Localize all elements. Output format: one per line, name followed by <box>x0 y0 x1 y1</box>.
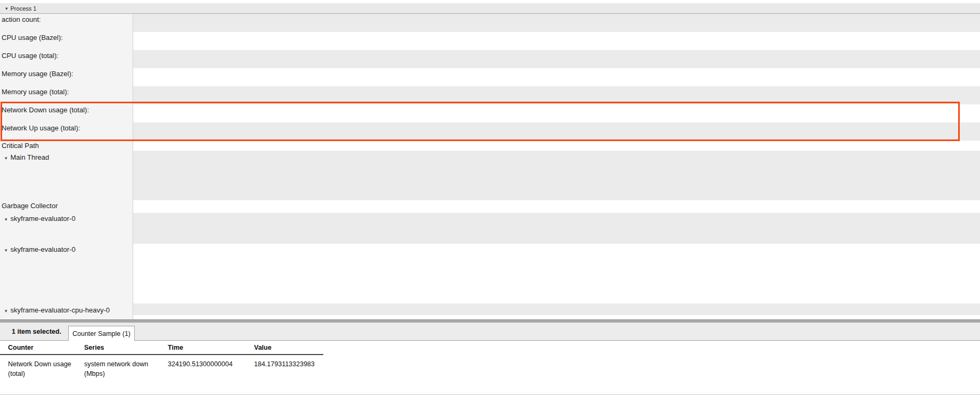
track-row-band <box>133 303 980 315</box>
sidebar-track-label-9[interactable]: Garbage Collector <box>2 202 58 210</box>
track-row-band <box>133 213 980 244</box>
sidebar-track-label-1[interactable]: CPU usage (Bazel): <box>2 34 63 42</box>
sidebar-track-label-4[interactable]: Memory usage (total): <box>2 88 69 96</box>
selection-status: 1 item selected. <box>12 323 61 341</box>
col-header-value: Value <box>246 343 331 352</box>
trace-viewer: action 'Creatin...action 'GenObjcProtos … <box>0 0 980 395</box>
track-label-text: Memory usage (total): <box>2 88 69 96</box>
track-label-text: action count: <box>2 15 41 23</box>
sidebar-track-label-0[interactable]: action count: <box>2 15 41 23</box>
row-bands <box>133 0 980 319</box>
details-panel: 1 item selected. Counter Sample (1) Coun… <box>0 319 980 395</box>
cell-counter: Network Down usage (total) <box>0 359 76 378</box>
details-tab-bar: 1 item selected. Counter Sample (1) <box>0 323 980 341</box>
cell-series: system network down (Mbps) <box>76 359 160 378</box>
sidebar-track-label-8[interactable]: ▾Main Thread <box>2 153 49 161</box>
track-row-band <box>133 141 980 151</box>
collapse-arrow-icon[interactable]: ▾ <box>5 6 8 11</box>
track-row-band <box>133 151 980 200</box>
track-label-text: Critical Path <box>2 142 39 150</box>
track-row-band <box>133 315 980 319</box>
sidebar-track-label-7[interactable]: Critical Path <box>2 142 39 150</box>
tab-counter-sample[interactable]: Counter Sample (1) <box>68 326 135 341</box>
track-row-band <box>133 32 980 50</box>
table-header: Counter Series Time Value <box>0 341 323 355</box>
track-label-text: CPU usage (Bazel): <box>2 34 63 42</box>
collapse-arrow-icon[interactable]: ▾ <box>5 248 7 253</box>
track-label-text: Garbage Collector <box>2 202 58 210</box>
track-label-text: Memory usage (Bazel): <box>2 70 73 78</box>
collapse-arrow-icon[interactable]: ▾ <box>5 308 7 314</box>
sidebar-track-label-2[interactable]: CPU usage (total): <box>2 52 59 60</box>
track-row-band <box>133 68 980 86</box>
collapse-arrow-icon[interactable]: ▾ <box>5 217 7 222</box>
col-header-counter: Counter <box>0 343 76 352</box>
process-title: Process 1 <box>11 5 37 12</box>
track-row-band <box>133 50 980 68</box>
track-row-band <box>133 244 980 304</box>
sidebar-track-label-11[interactable]: ▾skyframe-evaluator-0 <box>2 245 76 253</box>
track-row-band <box>133 200 980 213</box>
sidebar-track-label-10[interactable]: ▾skyframe-evaluator-0 <box>2 215 76 223</box>
col-header-series: Series <box>76 343 160 352</box>
red-highlight-box-1 <box>1 102 960 141</box>
sidebar-track-label-12[interactable]: ▾skyframe-evaluator-cpu-heavy-0 <box>2 306 110 314</box>
counter-sample-table: Counter Series Time Value Network Down u… <box>0 341 980 395</box>
track-label-text: CPU usage (total): <box>2 52 59 60</box>
track-label-text: skyframe-evaluator-0 <box>11 245 76 253</box>
cell-value: 184.1793113323983 <box>246 359 331 378</box>
track-sidebar: action count:CPU usage (Bazel):CPU usage… <box>0 14 133 319</box>
collapse-arrow-icon[interactable]: ▾ <box>5 155 7 161</box>
sidebar-track-label-3[interactable]: Memory usage (Bazel): <box>2 70 73 78</box>
track-label-text: skyframe-evaluator-0 <box>11 215 76 223</box>
cell-time: 324190.51300000004 <box>160 359 246 378</box>
track-label-text: skyframe-evaluator-cpu-heavy-0 <box>11 306 110 314</box>
track-label-text: Main Thread <box>11 153 50 161</box>
table-row[interactable]: Network Down usage (total) system networ… <box>0 355 323 378</box>
track-row-band <box>133 14 980 32</box>
col-header-time: Time <box>160 343 246 352</box>
